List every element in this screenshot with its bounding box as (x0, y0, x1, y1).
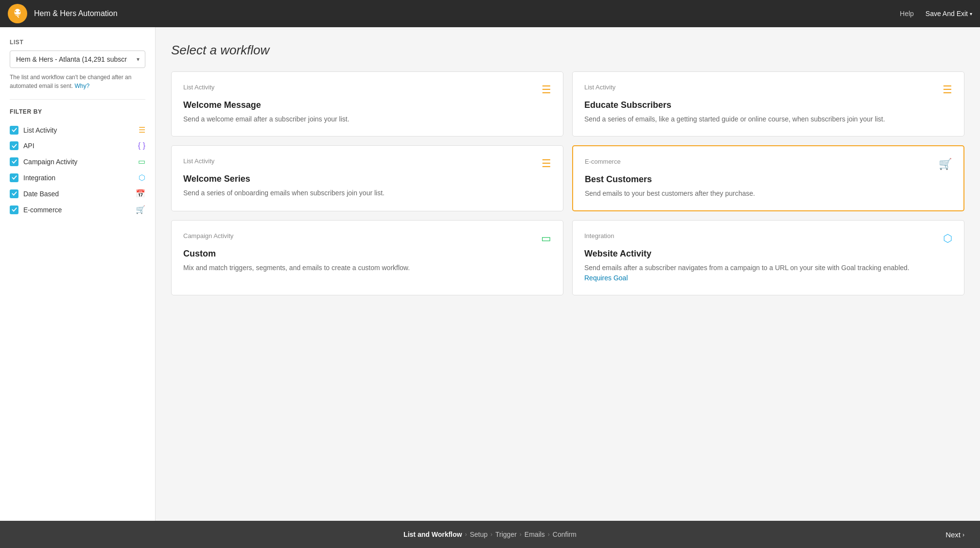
card-title-website-activity: Website Activity (584, 249, 952, 259)
filter-icon-campaign-activity: ▭ (138, 157, 145, 166)
list-dropdown[interactable]: Hem & Hers - Atlanta (14,291 subscribers… (10, 51, 145, 68)
next-chevron: › (962, 531, 964, 538)
page-title: Select a workflow (171, 43, 964, 58)
workflow-card-website-activity[interactable]: Integration ⬡ Website Activity Send emai… (572, 220, 964, 295)
filter-item-integration[interactable]: Integration ⬡ (10, 170, 145, 186)
main-layout: List Hem & Hers - Atlanta (14,291 subscr… (0, 27, 980, 521)
filter-item-left: List Activity (10, 126, 57, 135)
workflow-card-custom[interactable]: Campaign Activity ▭ Custom Mix and match… (171, 220, 563, 295)
card-category-best-customers: E-commerce (585, 158, 621, 165)
card-header-welcome-message: List Activity ☰ (183, 84, 551, 96)
workflow-grid: List Activity ☰ Welcome Message Send a w… (171, 71, 964, 295)
filter-icon-api: { } (138, 141, 145, 150)
next-button[interactable]: Next › (945, 531, 964, 539)
content-area: Select a workflow List Activity ☰ Welcom… (156, 27, 980, 521)
card-title-educate-subscribers: Educate Subscribers (584, 100, 952, 110)
filter-label-campaign-activity: Campaign Activity (23, 158, 77, 166)
sidebar-divider (10, 99, 145, 100)
card-icon-best-customers: 🛒 (939, 158, 952, 171)
card-desc-website-activity: Send emails after a subscriber navigates… (584, 263, 952, 273)
card-category-educate-subscribers: List Activity (584, 84, 615, 91)
filter-item-left: E-commerce (10, 206, 62, 214)
footer-step-sep-7: › (548, 531, 550, 538)
card-header-custom: Campaign Activity ▭ (183, 232, 551, 245)
workflow-card-welcome-series[interactable]: List Activity ☰ Welcome Series Send a se… (171, 145, 563, 211)
help-link[interactable]: Help (900, 10, 914, 17)
footer-step-setup[interactable]: Setup (470, 531, 488, 538)
filter-item-left: API (10, 141, 35, 150)
card-icon-welcome-message: ☰ (542, 84, 551, 96)
card-desc-welcome-series: Send a series of onboarding emails when … (183, 188, 551, 198)
save-exit-chevron: ▾ (970, 11, 972, 17)
card-header-best-customers: E-commerce 🛒 (585, 158, 952, 171)
footer-step-confirm[interactable]: Confirm (553, 531, 577, 538)
footer-step-sep-3: › (490, 531, 492, 538)
card-icon-custom: ▭ (541, 232, 551, 245)
filter-checkbox-campaign-activity[interactable] (10, 157, 18, 166)
filter-item-left: Date Based (10, 189, 59, 198)
card-header-educate-subscribers: List Activity ☰ (584, 84, 952, 96)
filter-item-ecommerce[interactable]: E-commerce 🛒 (10, 202, 145, 218)
card-title-welcome-series: Welcome Series (183, 174, 551, 184)
filter-icon-list-activity: ☰ (139, 125, 145, 135)
filter-label-integration: Integration (23, 174, 55, 182)
save-exit-button[interactable]: Save And Exit ▾ (926, 10, 972, 17)
card-desc-welcome-message: Send a welcome email after a subscriber … (183, 114, 551, 124)
logo (8, 4, 27, 23)
top-nav: Hem & Hers Automation Help Save And Exit… (0, 0, 980, 27)
card-desc-educate-subscribers: Send a series of emails, like a getting … (584, 114, 952, 124)
nav-right: Help Save And Exit ▾ (900, 10, 972, 17)
card-title-best-customers: Best Customers (585, 174, 952, 185)
card-title-welcome-message: Welcome Message (183, 100, 551, 110)
card-header-website-activity: Integration ⬡ (584, 232, 952, 245)
card-category-welcome-message: List Activity (183, 84, 214, 91)
filter-checkbox-api[interactable] (10, 141, 18, 150)
footer-step-sep-5: › (520, 531, 522, 538)
card-desc-best-customers: Send emails to your best customers after… (585, 188, 952, 199)
workflow-card-welcome-message[interactable]: List Activity ☰ Welcome Message Send a w… (171, 71, 563, 137)
filter-checkbox-date-based[interactable] (10, 189, 18, 198)
card-header-welcome-series: List Activity ☰ (183, 157, 551, 170)
card-icon-educate-subscribers: ☰ (943, 84, 952, 96)
sidebar-warning: The list and workflow can't be changed a… (10, 73, 145, 90)
card-icon-welcome-series: ☰ (542, 157, 551, 170)
card-desc-custom: Mix and match triggers, segments, and em… (183, 263, 551, 273)
filter-checkbox-list-activity[interactable] (10, 126, 18, 135)
filter-item-left: Integration (10, 173, 55, 182)
filter-checkbox-ecommerce[interactable] (10, 206, 18, 214)
filter-icon-date-based: 📅 (136, 189, 145, 198)
filter-by-label: Filter By (10, 108, 145, 115)
list-label: List (10, 39, 145, 46)
footer: List and Workflow›Setup›Trigger›Emails›C… (0, 521, 980, 548)
sidebar: List Hem & Hers - Atlanta (14,291 subscr… (0, 27, 156, 521)
filter-label-date-based: Date Based (23, 190, 59, 198)
filter-label-list-activity: List Activity (23, 126, 57, 134)
svg-point-2 (18, 11, 20, 12)
requires-goal-link[interactable]: Requires Goal (584, 274, 628, 282)
footer-steps: List and Workflow›Setup›Trigger›Emails›C… (403, 531, 577, 538)
workflow-card-best-customers[interactable]: E-commerce 🛒 Best Customers Send emails … (572, 145, 964, 211)
list-dropdown-wrapper: Hem & Hers - Atlanta (14,291 subscribers… (10, 51, 145, 68)
filter-label-api: API (23, 142, 35, 150)
card-title-custom: Custom (183, 249, 551, 259)
filter-item-campaign-activity[interactable]: Campaign Activity ▭ (10, 154, 145, 170)
filter-icon-integration: ⬡ (139, 173, 145, 182)
filter-list: List Activity ☰ API { } Campaign Activit… (10, 122, 145, 218)
card-icon-website-activity: ⬡ (943, 232, 952, 245)
filter-item-list-activity[interactable]: List Activity ☰ (10, 122, 145, 138)
filter-item-api[interactable]: API { } (10, 138, 145, 154)
footer-step-sep-1: › (465, 531, 467, 538)
app-title: Hem & Hers Automation (34, 9, 900, 18)
filter-label-ecommerce: E-commerce (23, 206, 62, 214)
why-link[interactable]: Why? (74, 83, 89, 89)
footer-step-emails[interactable]: Emails (525, 531, 545, 538)
footer-step-trigger[interactable]: Trigger (495, 531, 517, 538)
card-category-welcome-series: List Activity (183, 157, 214, 165)
filter-item-date-based[interactable]: Date Based 📅 (10, 186, 145, 202)
footer-step-list-and-workflow[interactable]: List and Workflow (403, 531, 462, 538)
card-category-website-activity: Integration (584, 232, 614, 240)
filter-checkbox-integration[interactable] (10, 173, 18, 182)
svg-point-1 (15, 11, 16, 12)
filter-item-left: Campaign Activity (10, 157, 77, 166)
workflow-card-educate-subscribers[interactable]: List Activity ☰ Educate Subscribers Send… (572, 71, 964, 137)
